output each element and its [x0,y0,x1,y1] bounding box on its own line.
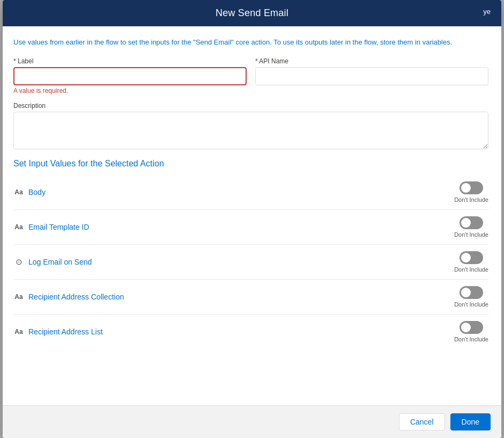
description-input[interactable] [13,112,488,149]
log-email-toggle-slider [459,251,483,264]
done-button[interactable]: Done [450,413,491,430]
input-row-log-email: ⊙ Log Email on Send Don't Include [13,245,488,280]
recipient-collection-toggle[interactable] [459,286,483,299]
log-email-type-icon: ⊙ [13,257,24,267]
modal-title: New Send Email [216,8,288,19]
label-apiname-row: * Label A value is required. * API Name [13,57,488,94]
body-toggle-label: Don't Include [454,196,488,203]
email-template-type-icon: Aa [13,223,24,231]
input-row-body-left: Aa Body [13,188,46,196]
cancel-button[interactable]: Cancel [399,413,445,430]
recipient-list-toggle-slider [459,321,483,334]
recipient-collection-toggle-label: Don't Include [454,301,488,308]
input-row-recipient-collection: Aa Recipient Address Collection Don't In… [13,280,488,315]
recipient-collection-toggle-wrapper: Don't Include [454,286,488,308]
log-email-toggle-wrapper: Don't Include [454,251,488,273]
label-input[interactable] [13,67,247,85]
info-text: Use values from earlier in the flow to s… [13,37,488,48]
recipient-collection-toggle-slider [459,286,483,299]
email-template-toggle-wrapper: Don't Include [454,216,488,238]
body-toggle[interactable] [459,181,483,194]
recipient-list-toggle-wrapper: Don't Include [454,321,488,342]
description-group: Description [13,102,488,149]
email-template-toggle-slider [459,216,483,229]
email-template-toggle-label: Don't Include [454,231,488,238]
email-template-label: Email Template ID [28,223,89,231]
input-row-recipient-collection-left: Aa Recipient Address Collection [13,293,124,301]
body-type-icon: Aa [13,188,24,196]
input-row-email-template-left: Aa Email Template ID [13,223,89,231]
recipient-list-toggle-label: Don't Include [454,336,488,342]
modal-header: New Send Email ye [3,0,501,26]
input-rows-container: Aa Body Don't Include Aa [13,175,488,349]
input-row-recipient-list: Aa Recipient Address List Don't Include [13,315,488,349]
log-email-label: Log Email on Send [28,258,92,266]
email-template-toggle[interactable] [459,216,483,229]
input-row-body: Aa Body Don't Include [13,175,488,210]
body-toggle-wrapper: Don't Include [454,181,488,203]
label-error-msg: A value is required. [13,87,247,94]
input-row-email-template-id: Aa Email Template ID Don't Include [13,210,488,245]
input-row-log-email-left: ⊙ Log Email on Send [13,257,92,267]
api-name-input[interactable] [255,67,488,85]
api-name-label: * API Name [255,57,488,65]
recipient-list-toggle[interactable] [459,321,483,334]
input-row-recipient-list-left: Aa Recipient Address List [13,327,103,336]
recipient-collection-type-icon: Aa [13,293,24,301]
header-corner-text: ye [483,8,491,16]
api-name-group: * API Name [255,57,488,94]
description-label: Description [13,102,488,110]
modal-overlay: New Send Email ye Use values from earlie… [0,0,504,438]
body-label: Body [28,188,46,196]
log-email-toggle-label: Don't Include [454,266,488,273]
section-title: Set Input Values for the Selected Action [13,159,488,169]
modal: New Send Email ye Use values from earlie… [3,0,501,438]
recipient-list-label: Recipient Address List [28,327,103,336]
body-toggle-slider [459,181,483,194]
modal-body: Use values from earlier in the flow to s… [3,26,501,405]
recipient-list-type-icon: Aa [13,328,24,335]
log-email-toggle[interactable] [459,251,483,264]
label-field-label: * Label [13,57,247,65]
label-group: * Label A value is required. [13,57,247,94]
modal-footer: Cancel Done [3,405,501,438]
recipient-collection-label: Recipient Address Collection [28,293,124,301]
